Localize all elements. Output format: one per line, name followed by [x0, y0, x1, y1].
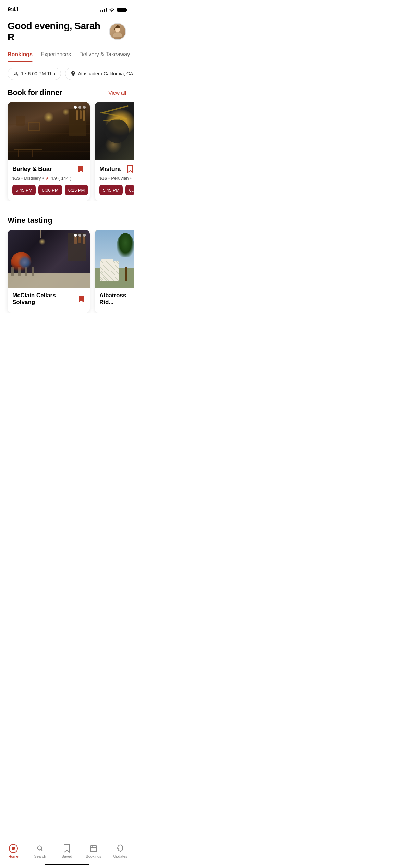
time-slots-barley-boar: 5:45 PM 6:00 PM 6:15 PM	[12, 185, 85, 195]
location-filter[interactable]: Atascadero California, CA, United St...	[65, 68, 134, 80]
wine-card-albatross[interactable]: Albatross Rid...	[95, 230, 134, 313]
time-slot-mistura-600[interactable]: 6:…	[125, 185, 134, 195]
card-image-albatross	[95, 230, 134, 288]
card-meta-barley-boar: $$$ • Distillery • ★ 4.9 ( 144 )	[12, 176, 85, 181]
card-name-row-barley-boar: Barley & Boar	[12, 164, 85, 174]
signal-icon	[100, 8, 107, 12]
wine-card-mcclain[interactable]: McClain Cellars - Solvang	[8, 230, 90, 313]
dinner-cards-scroll: Barley & Boar $$$ • Distillery • ★	[0, 102, 134, 201]
tab-delivery[interactable]: Delivery & Takeaway	[79, 48, 130, 62]
bookmark-barley-boar[interactable]	[77, 164, 85, 174]
card-name-row-mcclain: McClain Cellars - Solvang	[12, 292, 85, 306]
guests-label: 1 • 6:00 PM Thu	[21, 71, 55, 76]
bookmark-mistura[interactable]	[126, 164, 134, 174]
card-name-row-albatross: Albatross Rid...	[99, 292, 134, 306]
time-slot-mistura-545[interactable]: 5:45 PM	[99, 185, 123, 195]
filters-row: 1 • 6:00 PM Thu Atascadero California, C…	[0, 62, 134, 85]
status-time: 9:41	[8, 6, 19, 13]
person-icon	[13, 71, 19, 76]
avatar[interactable]	[109, 23, 126, 40]
wine-cards-scroll: McClain Cellars - Solvang	[0, 230, 134, 313]
status-bar: 9:41	[0, 0, 134, 17]
card-body-mistura: Mistura $$$ • Peruvian •	[95, 160, 134, 201]
tab-experiences[interactable]: Experiences	[41, 48, 71, 62]
dinner-section-header: Book for dinner View all	[0, 85, 134, 102]
battery-icon	[117, 8, 126, 12]
wine-card-name-albatross: Albatross Rid...	[99, 292, 134, 306]
location-label: Atascadero California, CA, United St...	[78, 71, 134, 76]
tab-bookings[interactable]: Bookings	[8, 48, 33, 62]
card-dots-barley-boar	[74, 106, 86, 109]
dinner-section: Book for dinner View all	[0, 85, 134, 204]
greeting-text: Good evening, Sarah R	[8, 21, 109, 43]
time-slots-mistura: 5:45 PM 6:…	[99, 185, 134, 195]
card-image-mcclain	[8, 230, 90, 288]
card-name-mistura: Mistura	[99, 166, 121, 173]
tabs-bar: Bookings Experiences Delivery & Takeaway	[0, 48, 134, 62]
dinner-title: Book for dinner	[8, 88, 62, 97]
card-name-row-mistura: Mistura	[99, 164, 134, 174]
wine-title: Wine tasting	[8, 216, 52, 225]
svg-point-1	[15, 72, 17, 74]
card-body-mcclain: McClain Cellars - Solvang	[8, 288, 90, 313]
wifi-icon	[109, 8, 115, 12]
card-name-barley-boar: Barley & Boar	[12, 166, 52, 173]
main-content: Good evening, Sarah R Bookings Experienc…	[0, 17, 134, 347]
view-all-dinner[interactable]: View all	[109, 90, 126, 96]
wine-card-name-mcclain: McClain Cellars - Solvang	[12, 292, 77, 306]
status-icons	[100, 8, 126, 12]
avatar-image	[110, 24, 125, 39]
bookmark-mcclain[interactable]	[77, 294, 85, 304]
restaurant-card-barley-boar[interactable]: Barley & Boar $$$ • Distillery • ★	[8, 102, 90, 201]
card-meta-mistura: $$$ • Peruvian •	[99, 176, 134, 181]
wine-section: Wine tasting	[0, 210, 134, 316]
guests-filter[interactable]: 1 • 6:00 PM Thu	[8, 68, 61, 80]
location-icon	[71, 71, 75, 76]
wine-section-header: Wine tasting	[0, 210, 134, 230]
card-dots-mcclain	[74, 234, 86, 237]
card-body-albatross: Albatross Rid...	[95, 288, 134, 313]
header: Good evening, Sarah R	[0, 17, 134, 48]
card-image-mistura	[95, 102, 134, 160]
restaurant-card-mistura[interactable]: Mistura $$$ • Peruvian •	[95, 102, 134, 201]
card-image-barley-boar	[8, 102, 90, 160]
card-body-barley-boar: Barley & Boar $$$ • Distillery • ★	[8, 160, 90, 201]
time-slot-545[interactable]: 5:45 PM	[12, 185, 36, 195]
time-slot-600[interactable]: 6:00 PM	[38, 185, 62, 195]
time-slot-615[interactable]: 6:15 PM	[65, 185, 88, 195]
